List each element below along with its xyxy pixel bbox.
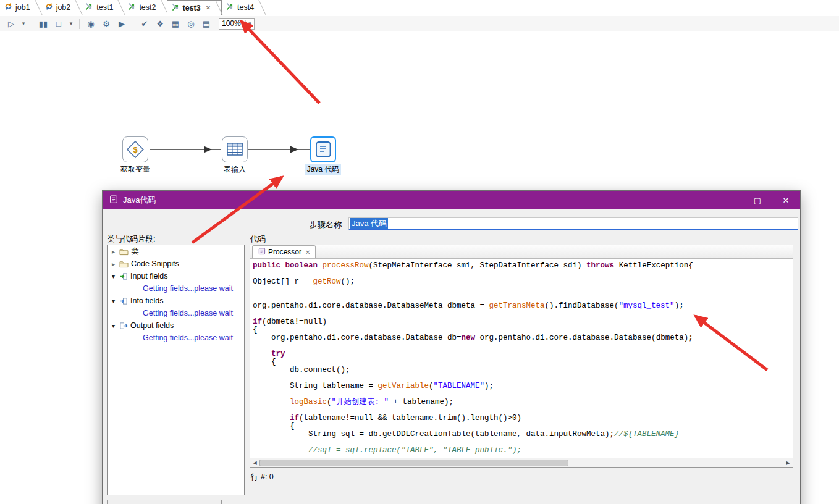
tree-item-getting-fields-please-wait[interactable]: Getting fields...please wait xyxy=(108,332,244,344)
code-line: if(dbmeta!=null) xyxy=(253,318,793,326)
fields-table-partial xyxy=(107,500,222,504)
tree-item-label: Output fields xyxy=(130,321,174,330)
tree-item-input-fields[interactable]: ▾Input fields xyxy=(108,270,244,282)
code-panel: Processor ✕ public boolean processRow(St… xyxy=(250,245,793,468)
scroll-icon xyxy=(109,195,118,206)
scroll-left-icon[interactable]: ◀ xyxy=(250,460,259,466)
code-line: Object[] r = getRow(); xyxy=(253,278,793,286)
stop-icon[interactable]: □ xyxy=(53,17,65,30)
generate-sql-icon[interactable]: ▦ xyxy=(169,17,182,30)
snippets-tree[interactable]: ▸类▸Code Snippits▾Input fieldsGetting fie… xyxy=(107,245,245,495)
tree-item-getting-fields-please-wait[interactable]: Getting fields...please wait xyxy=(108,282,244,295)
tab-test4[interactable]: test4 xyxy=(222,0,264,15)
collapse-chevron-icon[interactable]: ▾ xyxy=(110,298,117,304)
tab-test2[interactable]: test2 xyxy=(124,0,166,15)
toolbar-icons: ▷▾▮▮□▾◉⚙▶✔❖▦◎▤ xyxy=(5,17,213,30)
tab-test1[interactable]: test1 xyxy=(81,0,124,15)
verify-icon[interactable]: ✔ xyxy=(138,17,151,30)
tab-bar: job1job2test1test2test3✕test4 xyxy=(0,0,839,15)
tree-item-label: Getting fields...please wait xyxy=(143,284,233,293)
expand-chevron-icon[interactable]: ▸ xyxy=(110,261,117,267)
close-button[interactable]: ✕ xyxy=(772,191,800,209)
tree-item-label: Info fields xyxy=(130,296,164,305)
transformation-icon xyxy=(172,3,180,13)
classes-snippets-label: 类与代码片段: xyxy=(107,234,155,245)
step-name-input[interactable]: Java 代码 xyxy=(348,217,798,230)
tree-item-label: Code Snippits xyxy=(131,259,179,268)
collapse-chevron-icon[interactable]: ▾ xyxy=(110,273,117,280)
code-line: public boolean processRow(StepMetaInterf… xyxy=(253,262,793,270)
code-line: db.connect(); xyxy=(253,366,793,374)
tree-item-label: 类 xyxy=(131,246,139,257)
folder-icon xyxy=(119,260,129,268)
code-line: org.pentaho.di.core.database.DatabaseMet… xyxy=(253,302,793,310)
impact-icon[interactable]: ❖ xyxy=(154,17,166,30)
pause-icon[interactable]: ▮▮ xyxy=(37,17,49,30)
step-table-input[interactable]: 表输入 xyxy=(208,136,262,175)
run-icon[interactable]: ▷ xyxy=(5,17,17,30)
zoom-value: 100% xyxy=(219,19,245,28)
preview-icon[interactable]: ◉ xyxy=(85,17,97,30)
output-fields-icon xyxy=(119,322,128,330)
tree-item-info-fields[interactable]: ▾Info fields xyxy=(108,295,244,307)
zoom-control[interactable]: 100% ▾ xyxy=(219,18,255,30)
java-code-dialog: Java代码 – ▢ ✕ 步骤名称 Java 代码 类与代码片段: 代码 ▸类▸… xyxy=(102,190,801,504)
run-options-chevron-icon[interactable]: ▾ xyxy=(20,17,27,30)
job-icon xyxy=(4,2,12,12)
expand-chevron-icon[interactable]: ▸ xyxy=(110,248,117,255)
code-editor[interactable]: public boolean processRow(StepMetaInterf… xyxy=(250,259,793,458)
dialog-title: Java代码 xyxy=(123,195,156,206)
processor-tab-label: Processor xyxy=(268,248,301,256)
stop-options-chevron-icon[interactable]: ▾ xyxy=(68,17,74,30)
collapse-chevron-icon[interactable]: ▾ xyxy=(110,322,117,329)
step-label: 表输入 xyxy=(222,164,248,175)
tree-item-node[interactable]: ▸类 xyxy=(108,245,244,258)
table-input-icon xyxy=(222,136,248,162)
tree-item-output-fields[interactable]: ▾Output fields xyxy=(108,319,244,332)
tree-item-code-snippits[interactable]: ▸Code Snippits xyxy=(108,258,244,270)
step-name-label: 步骤名称 xyxy=(285,219,342,230)
code-line: if(tablename!=null && tablename.trim().l… xyxy=(253,414,793,422)
svg-text:$: $ xyxy=(133,145,138,154)
code-line: try xyxy=(253,350,793,358)
step-get-variables[interactable]: $ 获取变量 xyxy=(108,136,162,175)
tab-job1[interactable]: job1 xyxy=(0,0,41,15)
script-icon xyxy=(258,247,266,257)
step-label: 获取变量 xyxy=(119,164,152,175)
code-line: String tablename = getVariable("TABLENAM… xyxy=(253,382,793,390)
maximize-button[interactable]: ▢ xyxy=(743,191,772,209)
tab-job2[interactable]: job2 xyxy=(41,0,82,15)
chevron-down-icon[interactable]: ▾ xyxy=(245,20,254,27)
code-section-label: 代码 xyxy=(250,234,266,245)
scrollbar-thumb[interactable] xyxy=(259,460,568,466)
transformation-icon xyxy=(226,2,234,12)
minimize-button[interactable]: – xyxy=(715,191,743,209)
transformation-icon xyxy=(128,2,136,12)
tree-item-label: Getting fields...please wait xyxy=(143,334,233,342)
input-fields-icon xyxy=(119,272,128,280)
show-results-icon[interactable]: ▤ xyxy=(200,17,213,30)
transformation-icon xyxy=(85,2,93,12)
replay-icon[interactable]: ▶ xyxy=(116,17,128,30)
close-tab-icon[interactable]: ✕ xyxy=(206,4,211,11)
step-name-value: Java 代码 xyxy=(350,218,388,229)
horizontal-scrollbar[interactable]: ◀ ▶ xyxy=(250,458,793,467)
close-processor-tab-icon[interactable]: ✕ xyxy=(305,249,310,256)
main-toolbar: ▷▾▮▮□▾◉⚙▶✔❖▦◎▤ 100% ▾ xyxy=(0,16,839,32)
code-line: org.pentaho.di.core.database.Database db… xyxy=(253,334,793,342)
tab-test3[interactable]: test3✕ xyxy=(167,0,222,15)
line-number-status: 行 #: 0 xyxy=(251,472,274,482)
code-line: String sql = db.getDDLCreationTable(tabl… xyxy=(253,430,793,439)
java-code-icon xyxy=(310,136,336,162)
scroll-right-icon[interactable]: ▶ xyxy=(783,460,793,466)
code-line xyxy=(253,286,793,294)
code-tab-strip: Processor ✕ xyxy=(250,245,793,259)
step-java-code[interactable]: Java 代码 xyxy=(296,136,350,175)
processor-tab[interactable]: Processor ✕ xyxy=(252,245,316,258)
debug-icon[interactable]: ⚙ xyxy=(100,17,112,30)
explore-db-icon[interactable]: ◎ xyxy=(185,17,197,30)
tree-item-getting-fields-please-wait[interactable]: Getting fields...please wait xyxy=(108,307,244,319)
folder-icon xyxy=(119,248,129,256)
dialog-titlebar[interactable]: Java代码 – ▢ ✕ xyxy=(103,191,800,209)
tree-item-label: Getting fields...please wait xyxy=(143,309,233,317)
